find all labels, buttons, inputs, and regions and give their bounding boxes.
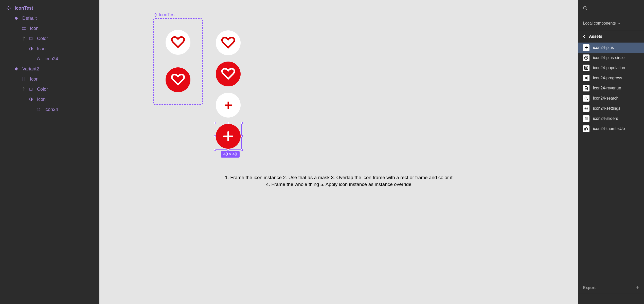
plus-circle-icon: [583, 54, 589, 61]
svg-rect-23: [155, 15, 156, 16]
export-section[interactable]: Export: [578, 282, 644, 294]
asset-label: icon24-search: [593, 96, 619, 101]
layer-label: Icon: [30, 26, 39, 31]
layer-label: Icon: [37, 46, 46, 51]
component-set-icon: [6, 6, 11, 11]
svg-rect-20: [155, 13, 156, 14]
layer-label: icon24: [45, 56, 58, 62]
search-icon: [583, 6, 587, 10]
layer-icon-mask[interactable]: Icon: [0, 94, 99, 104]
asset-item-icon24-plus-circle[interactable]: icon24-plus-circle: [578, 53, 644, 63]
asset-item-icon24-search[interactable]: icon24-search: [578, 93, 644, 103]
svg-rect-0: [8, 6, 9, 7]
component-scope-dropdown[interactable]: Local components: [578, 16, 644, 30]
layer-icon24-instance[interactable]: icon24: [0, 54, 99, 64]
layer-icon-frame[interactable]: Icon: [0, 23, 99, 33]
layer-label: Color: [37, 87, 48, 92]
svg-rect-22: [156, 14, 157, 15]
layer-icon-mask[interactable]: Icon: [0, 44, 99, 54]
variant-icon: [14, 66, 19, 71]
gear-icon: [583, 105, 589, 112]
asset-label: icon24-settings: [593, 106, 620, 111]
search-icon: [583, 95, 589, 102]
asset-item-icon24-plus[interactable]: icon24-plus: [578, 43, 644, 53]
asset-label: icon24-revenue: [593, 86, 621, 90]
svg-point-36: [586, 67, 587, 68]
asset-item-icon24-progress[interactable]: icon24-progress: [578, 73, 644, 83]
heart-outline-instance[interactable]: [216, 30, 241, 55]
assets-breadcrumb[interactable]: Assets: [578, 30, 644, 43]
layer-root[interactable]: IconTest: [0, 3, 99, 13]
asset-item-icon24-revenue[interactable]: icon24-revenue: [578, 83, 644, 93]
canvas-note: 1. Frame the icon instance 2. Use that a…: [100, 174, 577, 188]
asset-item-icon24-thumbsUp[interactable]: icon24-thumbsUp: [578, 124, 644, 134]
instance-icon: [36, 56, 41, 61]
dropdown-label: Local components: [583, 21, 616, 26]
mask-icon: [28, 46, 33, 51]
note-line-1: 1. Frame the icon instance 2. Use that a…: [100, 174, 577, 181]
assets-header-label: Assets: [589, 34, 602, 39]
selection-box: [215, 123, 242, 150]
layer-label: Default: [22, 16, 37, 21]
heart-white-red-circle[interactable]: [166, 67, 190, 92]
document-icon: [583, 85, 589, 91]
sliders-icon: [583, 115, 589, 122]
asset-item-icon24-sliders[interactable]: icon24-sliders: [578, 113, 644, 124]
heart-white-instance[interactable]: [216, 62, 241, 86]
frame-icon: [21, 77, 26, 82]
asset-item-icon24-population[interactable]: icon24-population: [578, 63, 644, 73]
svg-rect-17: [30, 88, 32, 90]
canvas[interactable]: IconTest: [99, 0, 578, 304]
layer-label: Variant2: [22, 66, 39, 72]
asset-label: icon24-plus: [593, 45, 614, 50]
plus-red-instance[interactable]: [216, 93, 241, 118]
layers-panel: IconTest Default Icon: [0, 0, 99, 304]
user-square-icon: [583, 65, 589, 71]
svg-rect-9: [30, 37, 32, 40]
svg-rect-11: [37, 57, 40, 60]
svg-rect-1: [7, 7, 8, 9]
arrow-up-icon: [21, 87, 26, 92]
asset-label: icon24-progress: [593, 76, 622, 80]
svg-line-29: [586, 9, 587, 10]
asset-label: icon24-thumbsUp: [593, 126, 625, 131]
assets-search[interactable]: [578, 0, 644, 16]
heart-outline-white-circle[interactable]: [166, 30, 190, 55]
export-label: Export: [583, 286, 596, 290]
instance-icon: [36, 107, 41, 112]
asset-label: icon24-plus-circle: [593, 55, 625, 60]
note-line-2: 4. Frame the whole thing 5. Apply icon i…: [100, 181, 577, 188]
selection-dimensions: 40 × 40: [221, 151, 240, 158]
layer-label: Color: [37, 36, 48, 41]
arrow-up-icon: [21, 36, 26, 41]
component-set-icon: [154, 13, 157, 17]
asset-item-icon24-settings[interactable]: icon24-settings: [578, 103, 644, 113]
layer-label: Icon: [37, 97, 46, 102]
svg-rect-12: [15, 67, 18, 70]
plus-icon[interactable]: [636, 286, 639, 290]
component-label-text: IconTest: [159, 12, 176, 17]
layer-variant2[interactable]: Variant2: [0, 64, 99, 74]
asset-label: icon24-population: [593, 66, 625, 70]
component-label[interactable]: IconTest: [154, 12, 176, 17]
svg-rect-19: [37, 108, 40, 111]
layer-icon-frame[interactable]: Icon: [0, 74, 99, 84]
svg-point-43: [585, 97, 587, 99]
asset-list: icon24-plusicon24-plus-circleicon24-popu…: [578, 43, 644, 282]
layer-variant-default[interactable]: Default: [0, 13, 99, 23]
layer-label: icon24: [45, 107, 58, 112]
layer-icon24-instance[interactable]: icon24: [0, 104, 99, 115]
layer-label: IconTest: [15, 6, 33, 11]
chevron-left-icon: [583, 34, 585, 39]
asset-label: icon24-sliders: [593, 116, 618, 121]
assets-panel: Local components Assets icon24-plusicon2…: [578, 0, 644, 304]
thumbs-up-icon: [583, 125, 589, 132]
layer-color[interactable]: Color: [0, 33, 99, 44]
svg-line-44: [587, 99, 588, 100]
mask-icon: [28, 97, 33, 102]
variant-icon: [14, 16, 19, 21]
plus-icon: [583, 44, 589, 51]
svg-point-45: [586, 108, 587, 109]
layer-color[interactable]: Color: [0, 84, 99, 94]
svg-rect-2: [9, 7, 11, 9]
